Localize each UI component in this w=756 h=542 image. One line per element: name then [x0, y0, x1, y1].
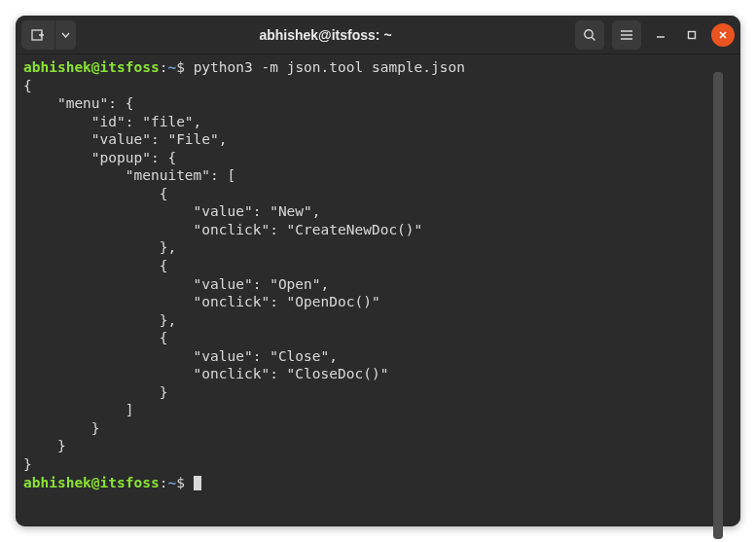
maximize-icon: [687, 30, 697, 40]
titlebar-left-controls: [21, 20, 76, 50]
prompt-path: ~: [167, 59, 176, 75]
titlebar: abhishek@itsfoss: ~: [16, 16, 740, 54]
svg-line-4: [592, 37, 594, 40]
terminal-output[interactable]: abhishek@itsfoss:~$ python3 -m json.tool…: [16, 54, 740, 526]
cursor: [194, 476, 201, 490]
prompt-path-2: ~: [167, 475, 176, 490]
terminal-window: abhishek@itsfoss: ~: [16, 16, 740, 526]
search-icon: [583, 28, 596, 42]
minimize-button[interactable]: [649, 23, 672, 47]
close-button[interactable]: [711, 23, 735, 47]
tab-menu-button[interactable]: [54, 20, 76, 50]
hamburger-icon: [620, 29, 633, 41]
search-button[interactable]: [575, 20, 604, 50]
svg-rect-9: [689, 31, 696, 38]
new-tab-button[interactable]: [21, 20, 54, 50]
scrollbar[interactable]: [713, 72, 723, 539]
output-text: { "menu": { "id": "file", "value": "File…: [23, 78, 422, 472]
chevron-down-icon: [61, 32, 70, 38]
menu-button[interactable]: [612, 20, 641, 50]
prompt-user: abhishek: [23, 59, 91, 75]
new-tab-icon: [31, 28, 45, 42]
svg-point-3: [585, 29, 593, 37]
command-text: python3 -m json.tool sample.json: [194, 59, 465, 75]
window-title: abhishek@itsfoss: ~: [80, 27, 571, 43]
close-icon: [718, 30, 728, 40]
titlebar-right-controls: [575, 20, 735, 50]
minimize-icon: [656, 30, 666, 40]
prompt-host: itsfoss: [100, 59, 160, 75]
prompt-user-2: abhishek: [23, 475, 91, 490]
prompt-host-2: itsfoss: [100, 475, 160, 490]
maximize-button[interactable]: [680, 23, 703, 47]
